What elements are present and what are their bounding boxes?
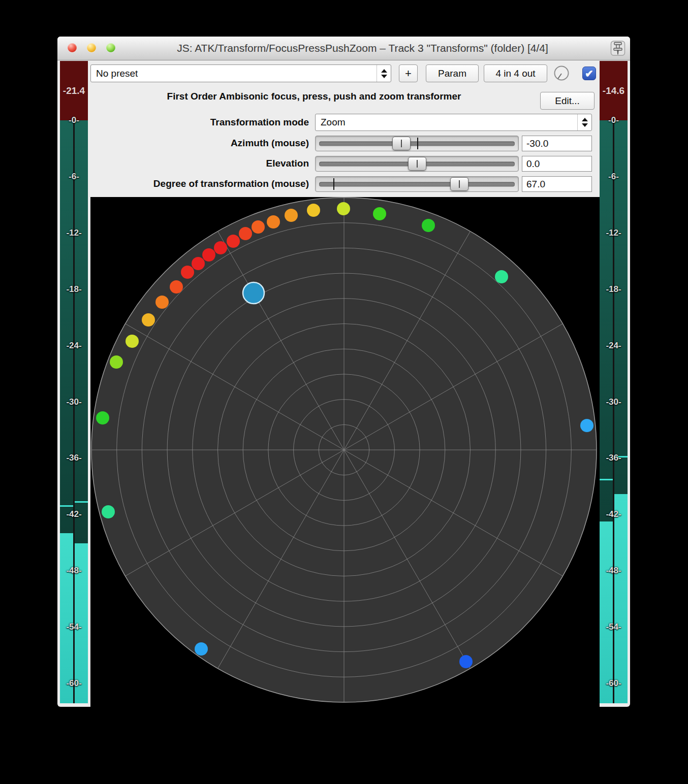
window-title: JS: ATK/Transform/FocusPressPushZoom – T… (57, 37, 630, 60)
meter-scale-label: -30- (600, 397, 628, 407)
close-button[interactable] (68, 43, 77, 52)
source-dot (580, 419, 593, 432)
meter-scale-label: -6- (600, 172, 628, 182)
source-dot (202, 248, 215, 262)
source-dot (267, 215, 280, 228)
meter-scale-label: -18- (60, 284, 88, 295)
source-dot (192, 257, 205, 270)
slider-tick (417, 138, 418, 149)
meter-scale-label: -42- (600, 509, 628, 519)
degree-value-field[interactable]: 67.0 (522, 176, 592, 192)
elevation-label: Elevation (90, 158, 309, 169)
source-dot (170, 280, 183, 293)
add-preset-button[interactable]: + (399, 64, 418, 82)
meter-scale-label: -36- (60, 453, 88, 463)
clip-zone: -14.6 (600, 61, 628, 120)
param-button[interactable]: Param (426, 64, 479, 82)
meter-scale-label: -24- (600, 341, 628, 351)
peak-db-readout: -21.4 (63, 85, 85, 96)
source-dot (110, 355, 123, 369)
mode-stepper-icon[interactable] (577, 114, 591, 130)
meter-scale: -0--6--12--18--24--30--36--42--48--54--6… (600, 120, 628, 703)
meter-scale-label: -0- (60, 115, 88, 125)
meter-channel (75, 120, 88, 703)
degree-slider[interactable] (315, 176, 519, 192)
up-arrow-icon (381, 69, 387, 73)
preset-dropdown[interactable]: No preset (90, 64, 391, 82)
meter-level-bar (600, 521, 613, 703)
source-dot (142, 313, 155, 326)
zoom-button[interactable] (106, 43, 115, 52)
meter-channel (600, 120, 613, 703)
azimuth-slider[interactable] (315, 136, 519, 151)
down-arrow-icon (582, 123, 588, 127)
meter-channel (60, 120, 73, 703)
checkmark-icon: ✔ (585, 68, 593, 80)
meter-scale-label: -60- (600, 678, 628, 689)
source-dot (195, 642, 208, 656)
meter-scale-label: -60- (60, 678, 88, 689)
source-dot (102, 505, 115, 518)
source-dot (126, 335, 139, 348)
azimuth-label: Azimuth (mouse) (90, 138, 309, 149)
source-dot (285, 209, 298, 222)
slider-tick (333, 178, 334, 190)
source-dot (214, 241, 227, 254)
source-dot (155, 296, 169, 309)
meter-peak-line (600, 479, 613, 480)
source-dot (459, 655, 473, 668)
mode-label: Transformation mode (90, 117, 309, 128)
meter-scale-label: -24- (60, 341, 88, 351)
azimuth-value-field[interactable]: -30.0 (522, 136, 592, 151)
meter-scale-label: -54- (60, 622, 88, 632)
fx-enable-checkbox[interactable]: ✔ (582, 67, 596, 80)
meter-scale-label: -0- (600, 115, 628, 125)
meter-scale-label: -12- (60, 228, 88, 238)
source-dot (252, 220, 265, 234)
azimuth-slider-handle[interactable] (392, 137, 411, 150)
meter-scale-label: -54- (600, 622, 628, 632)
source-dot (422, 219, 435, 232)
meter-peak-line (75, 501, 88, 503)
meter-scale-label: -18- (600, 284, 628, 295)
meter-scale-label: -48- (60, 566, 88, 576)
io-routing-button[interactable]: 4 in 4 out (484, 64, 547, 82)
elevation-value-field[interactable]: 0.0 (522, 156, 592, 172)
channel-divider (73, 120, 75, 703)
source-dot (239, 227, 252, 240)
transform-position-indicator[interactable] (243, 282, 264, 304)
meter-scale-label: -12- (600, 228, 628, 238)
meter-scale-label: -6- (60, 172, 88, 182)
meter-scale-label: -30- (60, 397, 88, 407)
source-dot (307, 204, 320, 217)
pin-window-icon[interactable] (610, 40, 626, 56)
meter-right: -14.6 -0--6--12--18--24--30--36--42--48-… (600, 61, 628, 703)
degree-slider-handle[interactable] (450, 177, 468, 191)
meter-scale-label: -36- (600, 453, 628, 463)
titlebar[interactable]: JS: ATK/Transform/FocusPressPushZoom – T… (57, 37, 630, 60)
mode-dropdown-value: Zoom (321, 117, 346, 128)
meter-channel (614, 120, 628, 703)
channel-divider (613, 120, 614, 703)
edit-button[interactable]: Edit... (540, 92, 595, 110)
meter-level-bar (60, 533, 73, 703)
meter-scale: -0--6--12--18--24--30--36--42--48--54--6… (60, 120, 88, 703)
meter-level-bar (614, 494, 628, 703)
preset-stepper-icon[interactable] (377, 65, 391, 82)
fx-window: JS: ATK/Transform/FocusPressPushZoom – T… (57, 37, 630, 707)
mode-dropdown[interactable]: Zoom (315, 114, 592, 131)
down-arrow-icon (381, 75, 387, 78)
slider-groove (319, 182, 515, 186)
elevation-slider-handle[interactable] (408, 157, 426, 171)
elevation-slider[interactable] (315, 156, 519, 172)
polar-display[interactable] (90, 197, 600, 707)
minimize-button[interactable] (87, 43, 96, 52)
source-dot (181, 266, 194, 279)
source-dot (337, 202, 350, 215)
plugin-description: First Order Ambisonic focus, press, push… (90, 91, 538, 102)
source-dot (227, 235, 240, 248)
desktop: { "window": { "title": "JS: ATK/Transfor… (0, 0, 688, 784)
peak-db-readout: -14.6 (603, 85, 624, 96)
meter-left: -21.4 -0--6--12--18--24--30--36--42--48-… (60, 61, 88, 703)
wet-dry-knob[interactable] (553, 65, 570, 81)
